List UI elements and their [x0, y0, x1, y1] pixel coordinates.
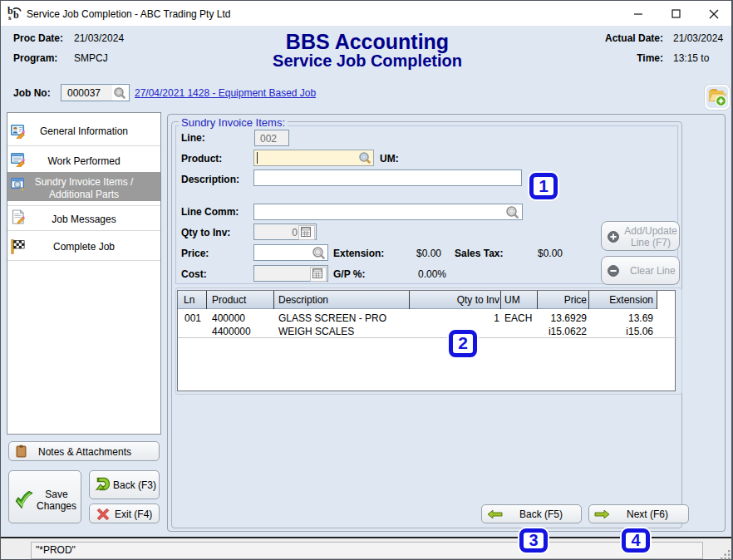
svg-text:s: s [8, 13, 12, 21]
svg-text:b: b [13, 9, 19, 21]
